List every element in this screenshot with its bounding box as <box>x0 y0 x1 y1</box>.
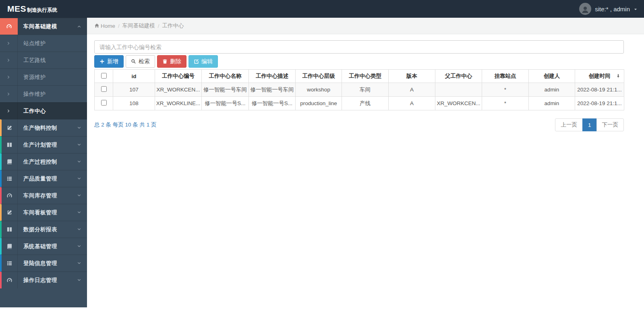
sidebar-item-board-management[interactable]: 车间看板管理 <box>0 204 87 221</box>
table-row[interactable]: 107 XR_WORKCEN... 修一智能一号车间 修一智能一号车间 work… <box>95 83 624 97</box>
select-all-header <box>95 70 113 83</box>
dashboard-icon <box>2 272 18 288</box>
th-list-icon <box>2 255 18 272</box>
book-icon <box>2 153 18 170</box>
sidebar-item-process-route[interactable]: 工艺路线 <box>0 52 87 68</box>
sidebar-item-quality-management[interactable]: 产品质量管理 <box>0 170 87 187</box>
breadcrumb-level1[interactable]: 车间基础建模 <box>122 22 155 29</box>
sidebar-item-operation-maintenance[interactable]: 操作维护 <box>0 85 87 102</box>
sidebar-item-system-management[interactable]: 系统基础管理 <box>0 238 87 255</box>
chevron-right-icon <box>0 35 18 52</box>
col-station: 挂靠站点 <box>482 70 529 83</box>
chevron-up-icon <box>77 23 81 30</box>
user-label: site:* , admin <box>595 6 630 12</box>
sidebar-item-station-maintenance[interactable]: 站点维护 <box>0 35 87 52</box>
home-icon <box>94 23 101 29</box>
dashboard-icon <box>0 18 18 35</box>
sidebar-item-inventory-management[interactable]: 车间库存管理 <box>0 187 87 204</box>
sidebar-item-operation-log[interactable]: 操作日志管理 <box>0 272 87 288</box>
search-input[interactable] <box>94 40 624 54</box>
sidebar-item-login-info[interactable]: 登陆信息管理 <box>0 255 87 272</box>
breadcrumb: Home / 车间基础建模 / 工作中心 <box>87 18 644 34</box>
chevron-down-icon <box>77 226 81 233</box>
avatar <box>579 3 591 15</box>
sidebar: 车间基础建模 站点维护 工艺路线 资源维护 操作维护 工作中心 生产物料控制 生… <box>0 18 87 307</box>
sidebar-item-workshop-base-modeling[interactable]: 车间基础建模 <box>0 18 87 35</box>
select-all-checkbox[interactable] <box>101 73 107 79</box>
sidebar-item-resource-maintenance[interactable]: 资源维护 <box>0 68 87 85</box>
breadcrumb-current: 工作中心 <box>162 22 184 29</box>
person-icon <box>581 5 590 14</box>
chevron-down-icon <box>77 209 81 216</box>
columns-icon <box>2 137 18 153</box>
pin-icon[interactable] <box>616 73 621 80</box>
pencil-square-icon <box>2 204 18 221</box>
col-description: 工作中心描述 <box>249 70 296 83</box>
brand-main: MES <box>7 4 26 14</box>
user-menu[interactable]: site:* , admin <box>579 3 638 15</box>
col-name: 工作中心名称 <box>202 70 249 83</box>
sidebar-item-report-analysis[interactable]: 数据分析报表 <box>0 221 87 238</box>
app-logo: MES 制造执行系统 <box>0 4 57 14</box>
breadcrumb-home[interactable]: Home <box>94 23 115 29</box>
col-id: id <box>113 70 155 83</box>
trash-icon <box>162 59 168 64</box>
col-code: 工作中心编号 <box>155 70 202 83</box>
col-parent: 父工作中心 <box>435 70 482 83</box>
chevron-down-icon <box>77 260 81 267</box>
chevron-right-icon <box>0 103 18 119</box>
delete-button[interactable]: 删除 <box>157 55 186 68</box>
edit-button[interactable]: 编辑 <box>188 55 218 68</box>
edit-icon <box>194 59 199 64</box>
sidebar-item-work-center[interactable]: 工作中心 <box>0 102 87 119</box>
chevron-down-icon <box>77 124 81 132</box>
col-type: 工作中心类型 <box>342 70 389 83</box>
table-row[interactable]: 108 XR_WORKLINE... 修一智能一号S... 修一智能一号S...… <box>95 97 624 110</box>
chevron-down-icon <box>77 277 81 284</box>
col-creator: 创建人 <box>529 70 575 83</box>
th-list-icon <box>2 170 18 187</box>
row-checkbox[interactable] <box>101 100 107 106</box>
row-checkbox[interactable] <box>101 86 107 92</box>
chevron-right-icon <box>0 69 18 85</box>
chevron-down-icon <box>77 243 81 250</box>
work-center-table: id 工作中心编号 工作中心名称 工作中心描述 工作中心层级 工作中心类型 版本… <box>94 69 624 110</box>
next-page-button[interactable]: 下一页 <box>596 118 624 131</box>
pagination: 总 2 条 每页 10 条 共 1 页 上一页 1 下一页 <box>94 118 624 131</box>
pencil-square-icon <box>2 120 18 136</box>
brand-sub: 制造执行系统 <box>27 7 57 14</box>
dashboard-icon <box>2 187 18 204</box>
col-version: 版本 <box>389 70 435 83</box>
caret-down-icon <box>634 6 638 12</box>
top-bar: MES 制造执行系统 site:* , admin <box>0 0 644 18</box>
search-icon <box>131 59 136 64</box>
toolbar: 新增 检索 删除 编辑 <box>94 55 624 68</box>
search-button[interactable]: 检索 <box>126 55 155 68</box>
chevron-down-icon <box>77 158 81 166</box>
table-header-row: id 工作中心编号 工作中心名称 工作中心描述 工作中心层级 工作中心类型 版本… <box>95 70 624 83</box>
chevron-down-icon <box>77 192 81 199</box>
plus-icon <box>99 59 105 64</box>
sidebar-item-plan-management[interactable]: 生产计划管理 <box>0 136 87 153</box>
prev-page-button[interactable]: 上一页 <box>555 118 583 131</box>
chevron-right-icon <box>0 86 18 102</box>
page-1-button[interactable]: 1 <box>582 118 597 131</box>
main-content: Home / 车间基础建模 / 工作中心 新增 检索 删除 编辑 <box>87 18 644 313</box>
book-icon <box>2 238 18 255</box>
chevron-right-icon <box>0 52 18 68</box>
chevron-down-icon <box>77 175 81 182</box>
col-level: 工作中心层级 <box>296 70 342 83</box>
columns-icon <box>2 221 18 238</box>
add-button[interactable]: 新增 <box>94 55 124 68</box>
sidebar-item-material-control[interactable]: 生产物料控制 <box>0 119 87 136</box>
sidebar-item-process-control[interactable]: 生产过程控制 <box>0 153 87 170</box>
col-create-time: 创建时间 <box>575 70 624 83</box>
pagination-summary: 总 2 条 每页 10 条 共 1 页 <box>94 121 157 129</box>
chevron-down-icon <box>77 141 81 149</box>
